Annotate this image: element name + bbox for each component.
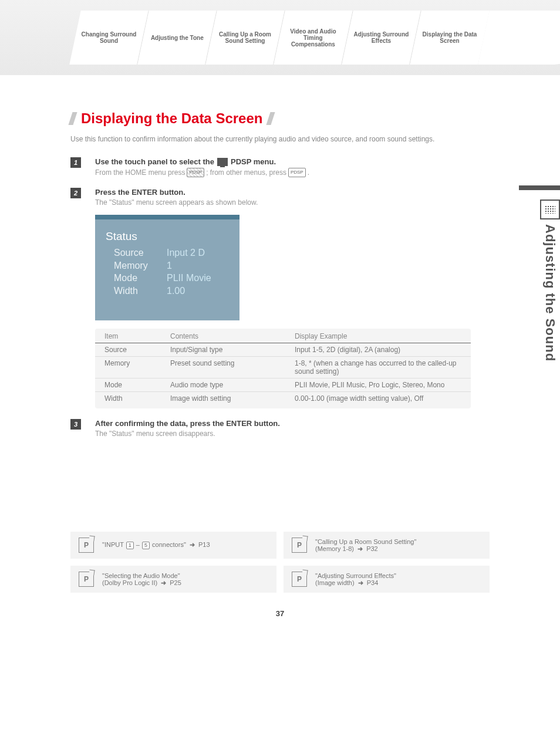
page-title-text: Displaying the Data Screen <box>81 110 262 127</box>
status-value-mode: PLII Movie <box>167 272 211 285</box>
status-label-mode: Mode <box>106 272 167 285</box>
step-1-title-post: PDSP menu. <box>231 157 276 166</box>
status-value-memory: 1 <box>167 259 172 272</box>
ref-page: P25 <box>170 579 181 586</box>
tab-label: Adjusting the Tone <box>151 35 204 41</box>
step-3-desc: The "Status" menu screen disappears. <box>95 430 490 438</box>
page-content: Displaying the Data Screen Use this func… <box>0 75 560 641</box>
tab-label: Video and Audio Timing Compensations <box>282 28 345 48</box>
step-1-title-pre: Use the touch panel to select the <box>95 157 214 166</box>
td-contents: Image width setting <box>161 392 285 409</box>
status-value-width: 1.00 <box>167 285 185 298</box>
page-ref-icon: P <box>79 572 94 587</box>
pdsp-button-icon: PDSP <box>187 168 204 177</box>
status-screen: Status SourceInput 2 D Memory1 ModePLII … <box>95 215 239 320</box>
step-1-desc-pre: From the HOME menu press <box>95 168 185 177</box>
key-5-icon: 5 <box>142 542 150 549</box>
step-number-badge: 2 <box>70 188 81 198</box>
status-value-source: Input 2 D <box>167 246 205 259</box>
cross-reference-grid: P "INPUT 1 – 5 connectors" ➜ P13 P "Call… <box>70 532 490 593</box>
ref-text: "Selecting the Audio Mode" (Dolby Pro Lo… <box>102 572 181 587</box>
td-item: Width <box>95 392 161 409</box>
status-title: Status <box>106 230 229 243</box>
td-example: 0.00-1.00 (image width setting value), O… <box>285 392 471 409</box>
status-reference-table: Item Contents Display Example Source Inp… <box>95 329 471 408</box>
tab-room-sound-setting[interactable]: Calling Up a Room Sound Setting <box>205 11 285 65</box>
arrow-icon: ➜ <box>357 545 363 552</box>
tab-timing-compensations[interactable]: Video and Audio Timing Compensations <box>274 11 353 65</box>
step-1-desc-mid: ; from other menus, press <box>206 168 286 177</box>
td-contents: Preset sound setting <box>161 357 285 378</box>
ref-text: "Calling Up a Room Sound Setting" (Memor… <box>315 538 416 553</box>
ref-page: P32 <box>366 545 378 552</box>
arrow-icon: ➜ <box>358 579 363 586</box>
step-2-desc: The "Status" menu screen appears as show… <box>95 198 490 207</box>
tab-adjusting-tone[interactable]: Adjusting the Tone <box>137 11 217 65</box>
tab-label: Calling Up a Room Sound Setting <box>214 31 276 44</box>
step-2-title: Press the ENTER button. <box>95 188 490 197</box>
page-ref-icon: P <box>292 538 307 553</box>
th-contents: Contents <box>161 329 285 343</box>
arrow-icon: ➜ <box>161 579 166 586</box>
step-3: 3 After confirming the data, press the E… <box>70 419 490 438</box>
intro-text: Use this function to confirm information… <box>70 134 490 144</box>
step-1-desc: From the HOME menu press PDSP ; from oth… <box>95 168 490 177</box>
th-item: Item <box>95 329 161 343</box>
step-1: 1 Use the touch panel to select the PDSP… <box>70 157 490 177</box>
td-contents: Input/Signal type <box>161 343 285 357</box>
ref-input-connectors[interactable]: P "INPUT 1 – 5 connectors" ➜ P13 <box>70 532 276 559</box>
td-item: Source <box>95 343 161 357</box>
th-display-example: Display Example <box>285 329 471 343</box>
step-2: 2 Press the ENTER button. The "Status" m… <box>70 188 490 408</box>
tab-label: Displaying the Data Screen <box>418 31 481 44</box>
status-label-memory: Memory <box>106 259 167 272</box>
tab-changing-surround-sound[interactable]: Changing Surround Sound <box>69 11 149 65</box>
tab-adjusting-surround-effects[interactable]: Adjusting Surround Effects <box>342 11 421 65</box>
page-title: Displaying the Data Screen <box>70 110 490 127</box>
tab-label: Adjusting Surround Effects <box>350 31 413 44</box>
pdsp-small-button-icon: PDSP <box>288 168 306 177</box>
td-example: PLII Movie, PLII Music, Pro Logic, Stere… <box>285 378 471 392</box>
table-header-row: Item Contents Display Example <box>95 329 471 343</box>
tab-displaying-data-screen[interactable]: Displaying the Data Screen <box>410 11 490 65</box>
step-number-badge: 3 <box>70 419 81 430</box>
table-row: Mode Audio mode type PLII Movie, PLII Mu… <box>95 378 471 392</box>
td-example: 1-8, * (when a change has occurred to th… <box>285 357 471 378</box>
table-row: Memory Preset sound setting 1-8, * (when… <box>95 357 471 378</box>
table-row: Width Image width setting 0.00-1.00 (ima… <box>95 392 471 409</box>
status-label-width: Width <box>106 285 167 298</box>
tab-label: Changing Surround Sound <box>77 31 140 44</box>
page-ref-icon: P <box>79 538 94 553</box>
step-1-title: Use the touch panel to select the PDSP m… <box>95 157 490 166</box>
ref-text: "Adjusting Surround Effects" (Image widt… <box>315 572 396 587</box>
td-example: Input 1-5, 2D (digital), 2A (analog) <box>285 343 471 357</box>
top-nav-bar: Changing Surround Sound Adjusting the To… <box>0 0 560 75</box>
td-contents: Audio mode type <box>161 378 285 392</box>
status-label-source: Source <box>106 246 167 259</box>
table-row: Source Input/Signal type Input 1-5, 2D (… <box>95 343 471 357</box>
step-number-badge: 1 <box>70 157 81 168</box>
nav-tabs: Changing Surround Sound Adjusting the To… <box>75 11 560 65</box>
td-item: Mode <box>95 378 161 392</box>
page-number: 37 <box>70 609 490 618</box>
ref-page: P34 <box>367 579 379 586</box>
step-1-desc-post: . <box>308 168 309 177</box>
ref-page: P13 <box>198 541 210 548</box>
page-ref-icon: P <box>292 572 307 587</box>
arrow-icon: ➜ <box>190 541 195 548</box>
ref-room-sound-setting[interactable]: P "Calling Up a Room Sound Setting" (Mem… <box>284 532 490 559</box>
ref-audio-mode[interactable]: P "Selecting the Audio Mode" (Dolby Pro … <box>70 566 276 593</box>
ref-text: "INPUT 1 – 5 connectors" ➜ P13 <box>102 541 210 549</box>
step-3-title: After confirming the data, press the ENT… <box>95 419 490 428</box>
key-1-icon: 1 <box>126 542 134 549</box>
monitor-icon <box>217 158 228 166</box>
td-item: Memory <box>95 357 161 378</box>
ref-surround-effects[interactable]: P "Adjusting Surround Effects" (Image wi… <box>284 566 490 593</box>
